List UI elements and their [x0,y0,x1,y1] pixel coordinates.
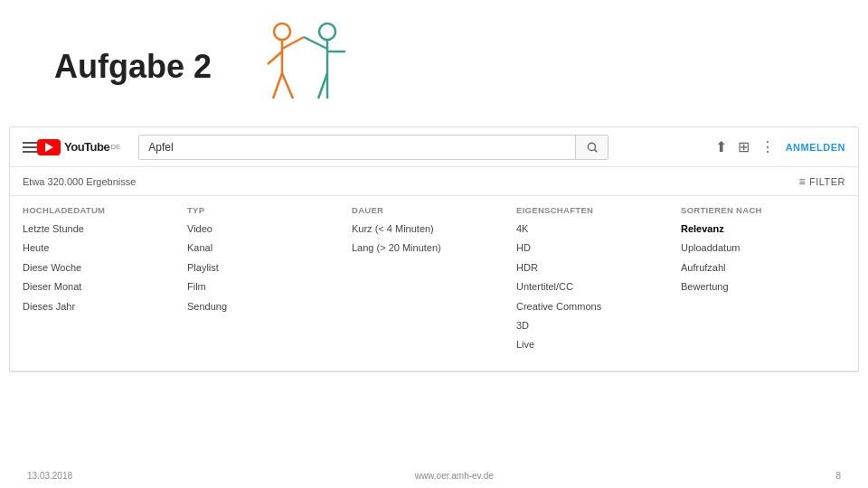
filter-col-0: HOCHLADEDATUMLetzte StundeHeuteDiese Woc… [23,205,187,358]
filter-button[interactable]: ≡ FILTER [798,175,845,188]
filter-icon: ≡ [798,175,806,188]
apps-icon[interactable]: ⊞ [738,138,750,155]
filter-item-1-0[interactable]: Video [187,222,343,236]
filter-item-3-5[interactable]: 3D [516,319,672,333]
filter-col-header-3: EIGENSCHAFTEN [516,205,672,215]
svg-line-10 [318,73,327,99]
header-actions: ⬆ ⊞ ⋮ ANMELDEN [715,138,845,155]
svg-line-5 [282,73,293,99]
filter-col-header-1: TYP [187,205,343,215]
filter-item-1-2[interactable]: Playlist [187,261,343,275]
slide-title: Aufgabe 2 [54,48,212,86]
filter-item-4-1[interactable]: Uploaddatum [681,241,836,255]
slide-header: Aufgabe 2 [0,0,868,127]
filter-item-1-1[interactable]: Kanal [187,241,343,255]
svg-point-6 [319,23,335,40]
illustration [248,17,365,117]
filter-item-3-0[interactable]: 4K [516,222,672,236]
results-bar: Etwa 320.000 Ergebnisse ≡ FILTER [10,167,858,196]
filter-label: FILTER [809,176,845,187]
filter-item-0-2[interactable]: Diese Woche [23,261,178,275]
search-input[interactable] [139,136,575,159]
filter-col-3: EIGENSCHAFTEN4KHDHDRUntertitel/CCCreativ… [516,205,681,358]
filter-item-0-1[interactable]: Heute [23,241,178,255]
filter-item-0-3[interactable]: Dieser Monat [23,280,178,294]
filter-item-3-3[interactable]: Untertitel/CC [516,280,672,294]
svg-point-12 [588,143,595,150]
svg-point-0 [274,23,290,40]
svg-line-3 [268,52,282,64]
sign-in-button[interactable]: ANMELDEN [786,142,845,153]
filter-item-2-0[interactable]: Kurz (< 4 Minuten) [352,222,507,236]
upload-icon[interactable]: ⬆ [715,138,727,155]
youtube-logo-text: YouTube [64,140,109,154]
youtube-header: YouTubeDE ⬆ ⊞ ⋮ ANMELDEN [10,127,858,167]
filter-item-0-4[interactable]: Dieses Jahr [23,300,178,314]
filter-item-4-0[interactable]: Relevanz [681,222,836,236]
filter-panel: HOCHLADEDATUMLetzte StundeHeuteDiese Woc… [10,196,858,371]
filter-item-1-4[interactable]: Sendung [187,300,343,314]
footer-website: www.oer.amh-ev.de [415,471,494,481]
youtube-logo: YouTubeDE [37,139,120,155]
results-count: Etwa 320.000 Ergebnisse [23,176,136,187]
filter-item-1-3[interactable]: Film [187,280,343,294]
filter-col-2: DAUERKurz (< 4 Minuten)Lang (> 20 Minute… [352,205,516,358]
filter-item-0-0[interactable]: Letzte Stunde [23,222,178,236]
footer-page: 8 [835,471,841,481]
filter-item-3-2[interactable]: HDR [516,261,672,275]
filter-item-4-3[interactable]: Bewertung [681,280,836,294]
filter-col-4: SORTIEREN NACHRelevanzUploaddatumAufrufz… [681,205,845,358]
youtube-country: DE [110,143,120,151]
filter-col-1: TYPVideoKanalPlaylistFilmSendung [187,205,352,358]
search-icon [586,141,599,154]
footer-date: 13.03.2018 [27,471,72,481]
filter-item-3-6[interactable]: Live [516,338,672,352]
youtube-browser: YouTubeDE ⬆ ⊞ ⋮ ANMELDEN Etwa 320.000 Er… [9,127,859,372]
svg-line-13 [594,149,597,152]
filter-item-4-2[interactable]: Aufrufzahl [681,261,836,275]
filter-item-2-1[interactable]: Lang (> 20 Minuten) [352,241,507,255]
youtube-search-bar[interactable] [138,135,609,160]
svg-line-4 [273,73,282,99]
filter-columns: HOCHLADEDATUMLetzte StundeHeuteDiese Woc… [23,205,845,358]
filter-col-header-4: SORTIEREN NACH [681,205,836,215]
filter-item-3-4[interactable]: Creative Commons [516,300,672,314]
search-button[interactable] [575,136,608,159]
slide-footer: 13.03.2018 www.oer.amh-ev.de 8 [0,471,868,481]
more-options-icon[interactable]: ⋮ [760,138,775,155]
filter-col-header-2: DAUER [352,205,507,215]
filter-item-3-1[interactable]: HD [516,241,672,255]
filter-col-header-0: HOCHLADEDATUM [23,205,178,215]
hamburger-menu-icon[interactable] [23,142,37,153]
youtube-play-icon [37,139,61,155]
